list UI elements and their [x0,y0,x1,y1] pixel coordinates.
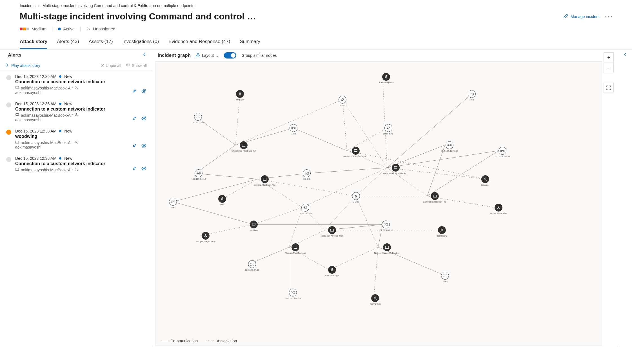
url-icon [339,96,346,104]
graph-node[interactable]: ((•)) 2 IPs [290,124,297,135]
graph-node[interactable]: tranthuong [437,226,447,237]
fit-screen-button[interactable] [604,83,614,93]
graph-node[interactable]: admins-MacBook-Pro [254,175,275,186]
pin-alert-button[interactable] [132,143,137,149]
group-nodes-toggle[interactable] [224,52,236,59]
alerts-pane: Alerts Play attack story Unpin all [0,50,152,346]
graph-node[interactable]: ((•)) 2 IPs [441,272,449,283]
svg-line-37 [173,179,258,202]
svg-rect-5 [16,114,19,116]
meta-row: Medium Active Unassigned [0,26,632,37]
title-row: Multi-stage incident involving Command a… [0,11,632,26]
graph-node[interactable]: aokimasayoshis-MacBook-Air [383,164,408,175]
zoom-out-button[interactable]: − [604,63,614,73]
pin-alert-button[interactable] [132,166,137,172]
svg-point-12 [76,168,77,169]
alert-device: aokimasayoshis-MacBook-Air [21,140,73,145]
manage-incident-button[interactable]: Manage incident [563,14,600,19]
pin-alert-button[interactable] [132,89,137,95]
zoom-in-button[interactable]: ＋ [604,52,614,62]
alert-item[interactable]: Dec 15, 2023 12:36 AM New Connection to … [0,98,152,125]
graph-node[interactable]: ((•)) 192.168.128.79 [285,289,301,300]
graph-node[interactable]: ((•)) 0.0.0.0 [303,169,311,180]
graph-node[interactable]: Shoichiros-MacBook-Air [232,141,256,152]
svg-line-44 [173,202,253,224]
hide-alert-button[interactable] [141,116,147,122]
pin-alert-button[interactable] [132,116,137,122]
url-icon [352,192,360,200]
legend-assoc: Association [217,339,237,343]
node-label: 12 Processes [299,212,312,215]
alert-item[interactable]: Dec 15, 2023 12:38 AM New Connection to … [0,153,152,176]
hide-alert-button[interactable] [141,143,147,149]
graph-title: Incident graph [158,53,191,58]
alert-item[interactable]: Dec 15, 2023 12:38 AM New woodwing aokim… [0,125,152,153]
tab-assets-[interactable]: Assets (17) [89,37,113,49]
alert-title: Connection to a custom network indicator [15,107,128,112]
graph-node[interactable]: 2 Urls [352,192,360,203]
play-attack-story-button[interactable]: Play attack story [5,63,40,68]
severity-label: Medium [32,26,46,31]
breadcrumb-root[interactable]: Incidents [20,3,35,8]
severity-square-icon [26,28,29,30]
more-button[interactable]: · · · [605,14,612,19]
graph-node[interactable]: ((•)) 2 IPs [169,198,177,209]
svg-rect-82 [385,246,388,248]
graph-node[interactable]: ((•)) 162.125.64.18 [245,260,259,271]
graph-node[interactable]: ((•)) 152.165.127.103 [441,141,458,152]
graph-node[interactable]: ((•)) 162.125.248.18 [495,147,510,158]
graph-node[interactable]: akihikonoMacBook-Pro [423,192,446,203]
tab-evidence-and-response-[interactable]: Evidence and Response (47) [168,37,230,49]
node-label: 2 Urls [353,201,359,203]
graph-node[interactable]: aokimasayoshi [379,73,394,84]
user-icon [438,226,446,234]
alert-time: Dec 15, 2023 12:36 AM [15,102,56,106]
svg-line-56 [356,196,378,247]
graph-node[interactable]: nguyenhuy [370,294,381,305]
expand-details-button[interactable] [619,50,632,346]
collapse-alerts-button[interactable] [143,53,147,58]
alert-list[interactable]: Dec 15, 2023 12:36 AM New Connection to … [0,71,152,346]
show-all-button[interactable]: Show all [126,63,147,68]
hide-alert-button[interactable] [141,166,147,172]
graph-canvas[interactable]: Communication ····· Association aokimasa… [155,61,602,346]
svg-point-84 [375,297,376,298]
graph-node[interactable]: tuan [218,195,226,206]
graph-node[interactable]: ThieunoMacBook-Air [285,243,306,254]
graph-node[interactable]: MacBook-Air-cua-Tran [321,226,343,237]
node-label: 2 IPs [442,280,448,283]
alert-title: woodwing [15,134,128,139]
graph-node[interactable]: MacBook-Air-cua-Tanaakk [343,147,368,158]
graph-node[interactable]: gigafile.nu [383,124,393,135]
graph-node[interactable]: thieuquocnghi [325,266,339,277]
graph-node[interactable]: 12 Processes [299,204,312,215]
unpin-all-button[interactable]: Unpin all [100,63,121,68]
tab-alerts-[interactable]: Alerts (43) [57,37,79,49]
hide-alert-button[interactable] [141,89,147,95]
graph-node[interactable]: HiroyukiNagashima [196,232,215,243]
tab-summary[interactable]: Summary [240,37,260,49]
graph-node[interactable]: NguyenHuys-MacBook-Air [374,243,400,254]
tab-attack-story[interactable]: Attack story [20,37,47,49]
layout-dropdown[interactable]: Layout ⌄ [196,53,219,58]
status-dot-icon [58,28,61,30]
alert-status-dot [6,102,11,107]
svg-point-83 [331,269,333,270]
laptop-icon [15,140,19,145]
graph-node[interactable]: sre01win [249,221,258,232]
toggle-label: Group similar nodes [241,53,277,58]
graph-pane: Incident graph Layout ⌄ Group similar no… [152,50,619,346]
graph-node[interactable]: ((•)) 162.125.80.18 [379,221,393,232]
graph-node[interactable]: akihikowatanabe [490,204,507,215]
graph-node[interactable]: ((•)) 162.125.81.18 [192,169,206,180]
graph-node[interactable]: 6 Urls [339,96,346,107]
node-label: 162.125.81.18 [192,178,206,180]
graph-node[interactable]: ((•)) 3 IPs [468,90,476,101]
alert-item[interactable]: Dec 15, 2023 12:36 AM New Connection to … [0,71,152,98]
tab-investigations-[interactable]: Investigations (0) [123,37,159,49]
graph-node[interactable]: tanaakk [236,90,244,101]
graph-node[interactable]: tanaakk [481,175,489,186]
svg-point-6 [76,113,77,114]
user-icon [382,73,390,81]
graph-node[interactable]: ((•)) 172.20.6.209 [192,113,205,124]
